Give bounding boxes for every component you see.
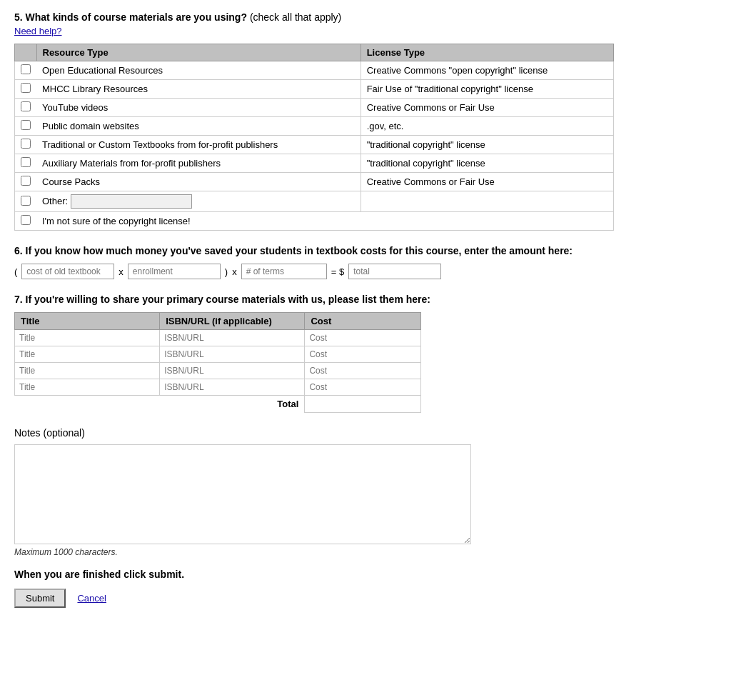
license-mhcc: Fair Use of "traditional copyright" lice… [361,80,613,99]
button-row: Submit Cancel [14,589,717,608]
total-label: Total [15,396,305,413]
checkbox-not-sure[interactable] [21,215,31,225]
textbook-cost-input[interactable] [21,264,114,279]
q5-title: 5. What kinds of course materials are yo… [14,11,717,23]
checkbox-cell [15,61,37,80]
cost-input[interactable] [305,330,420,346]
submit-button[interactable]: Submit [14,589,66,608]
table-row: Auxiliary Materials from for-profit publ… [15,154,614,173]
checkbox-cell [15,154,37,173]
checkbox-cell [15,99,37,117]
checkbox-other[interactable] [21,196,31,206]
other-text-input[interactable] [71,194,192,209]
title-cell [15,379,160,396]
table-row [15,363,421,379]
table-row [15,346,421,363]
cost-input[interactable] [305,379,420,395]
table-header-empty [15,44,37,61]
license-auxiliary: "traditional copyright" license [361,154,613,173]
resource-oer: Open Educational Resources [36,61,361,80]
enrollment-input[interactable] [128,264,221,279]
table-row [15,379,421,396]
col-header-title: Title [15,313,160,330]
finish-section: When you are finished click submit. Subm… [14,569,717,608]
resource-other: Other: [36,191,361,212]
col-header-resource-type: Resource Type [36,44,361,61]
isbn-cell [160,363,305,379]
table-row: YouTube videos Creative Commons or Fair … [15,99,614,117]
checkbox-textbooks[interactable] [21,139,31,149]
cancel-link[interactable]: Cancel [77,593,106,604]
formula-x2: x [232,266,237,277]
isbn-input[interactable] [160,379,304,395]
notes-label: Notes (optional) [14,427,717,439]
cost-input[interactable] [305,363,420,379]
title-cell [15,363,160,379]
col-header-cost: Cost [305,313,421,330]
q5-subtitle: (check all that apply) [250,11,341,23]
table-row: Public domain websites .gov, etc. [15,117,614,136]
notes-section: Notes (optional) Maximum 1000 characters… [14,427,717,557]
notes-hint: Maximum 1000 characters. [14,547,717,557]
isbn-cell [160,330,305,346]
checkbox-course-packs[interactable] [21,176,31,186]
question-6-section: 6. If you know how much money you've sav… [14,245,717,279]
total-value-input[interactable] [305,396,420,411]
checkbox-mhcc[interactable] [21,83,31,93]
isbn-cell [160,346,305,363]
resource-public-domain: Public domain websites [36,117,361,136]
table-row: Traditional or Custom Textbooks from for… [15,136,614,154]
title-cell [15,346,160,363]
isbn-input[interactable] [160,346,304,362]
terms-input[interactable] [241,264,327,279]
isbn-input[interactable] [160,363,304,379]
title-input[interactable] [15,330,159,346]
formula-open-paren: ( [14,266,17,277]
table-row [15,330,421,346]
checkbox-auxiliary[interactable] [21,157,31,167]
checkbox-cell [15,212,37,231]
materials-table: Title ISBN/URL (if applicable) Cost [14,312,421,413]
resource-mhcc: MHCC Library Resources [36,80,361,99]
title-input[interactable] [15,363,159,379]
cost-input[interactable] [305,346,420,362]
finish-label: When you are finished click submit. [14,569,717,580]
license-oer: Creative Commons "open copyright" licens… [361,61,613,80]
license-other [361,191,613,212]
isbn-cell [160,379,305,396]
question-7-section: 7. If you're willing to share your prima… [14,294,717,413]
resource-type-table: Resource Type License Type Open Educatio… [14,44,614,231]
checkbox-oer[interactable] [21,64,31,74]
cost-cell [305,379,421,396]
formula-close-paren: ) [225,266,228,277]
license-youtube: Creative Commons or Fair Use [361,99,613,117]
cost-cell [305,363,421,379]
q5-title-text: 5. What kinds of course materials are yo… [14,11,247,23]
checkbox-public-domain[interactable] [21,120,31,130]
cost-formula: ( x ) x = $ [14,264,717,279]
total-row: Total [15,396,421,413]
license-textbooks: "traditional copyright" license [361,136,613,154]
notes-optional-text: (optional) [43,427,84,439]
question-5-section: 5. What kinds of course materials are yo… [14,11,717,231]
notes-label-text: Notes [14,427,41,439]
checkbox-youtube[interactable] [21,101,31,111]
checkbox-cell [15,80,37,99]
total-value-cell [305,396,421,413]
resource-auxiliary: Auxiliary Materials from for-profit publ… [36,154,361,173]
formula-equals: = $ [331,266,344,277]
total-input[interactable] [348,264,441,279]
license-public-domain: .gov, etc. [361,117,613,136]
formula-x1: x [119,266,123,277]
title-input[interactable] [15,346,159,362]
q7-title: 7. If you're willing to share your prima… [14,294,717,305]
cost-cell [305,330,421,346]
cost-cell [305,346,421,363]
title-cell [15,330,160,346]
need-help-link[interactable]: Need help? [14,26,62,36]
notes-textarea[interactable] [14,444,471,544]
table-row: Open Educational Resources Creative Comm… [15,61,614,80]
checkbox-cell [15,173,37,191]
isbn-input[interactable] [160,330,304,346]
title-input[interactable] [15,379,159,395]
